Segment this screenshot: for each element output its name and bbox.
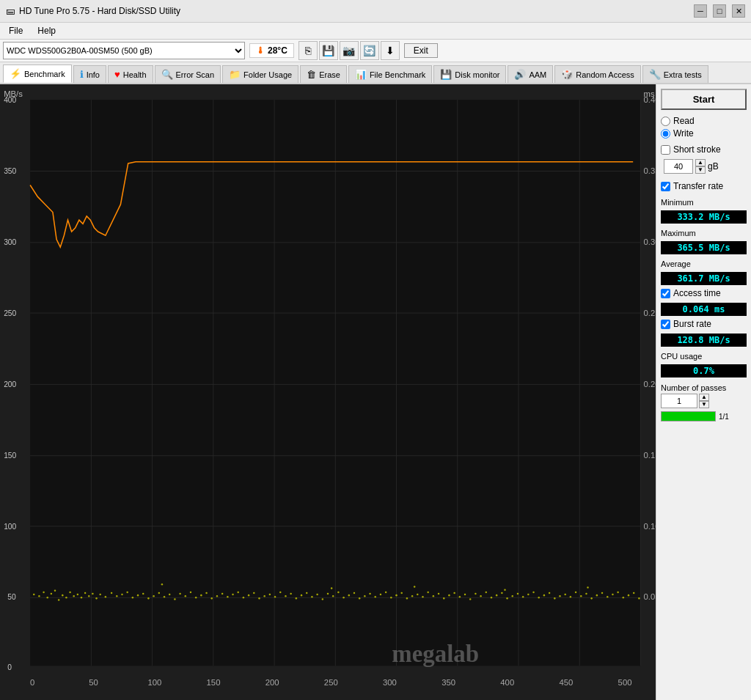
svg-point-132 — [448, 594, 450, 597]
tab-benchmark[interactable]: ⚡ Benchmark — [3, 65, 72, 83]
info-icon: ℹ — [80, 69, 84, 80]
svg-point-68 — [111, 592, 112, 594]
read-radio[interactable] — [661, 117, 670, 126]
stroke-value-input[interactable] — [664, 159, 693, 174]
svg-point-153 — [559, 595, 560, 597]
access-time-checkbox-label[interactable]: Access time — [661, 288, 747, 298]
tab-info-label: Info — [87, 70, 100, 79]
tab-extra-tests-label: Extra tests — [664, 70, 702, 79]
close-button[interactable]: ✕ — [732, 4, 745, 18]
svg-point-60 — [77, 594, 78, 596]
stroke-up-button[interactable]: ▲ — [695, 159, 706, 166]
short-stroke-checkbox-label[interactable]: Short stroke — [661, 144, 747, 155]
passes-input[interactable] — [661, 394, 697, 408]
svg-text:350: 350 — [442, 678, 455, 687]
svg-point-74 — [142, 593, 144, 595]
svg-point-99 — [274, 596, 276, 598]
svg-text:0.20: 0.20 — [644, 379, 656, 388]
menu-help[interactable]: Help — [32, 24, 62, 37]
svg-point-59 — [73, 595, 74, 597]
svg-text:250: 250 — [324, 678, 338, 687]
tab-error-scan[interactable]: 🔍 Error Scan — [155, 65, 221, 83]
write-radio-label[interactable]: Write — [661, 128, 747, 139]
svg-text:0.30: 0.30 — [644, 237, 656, 246]
access-time-text: Access time — [673, 288, 721, 298]
svg-point-157 — [580, 595, 582, 597]
passes-up-button[interactable]: ▲ — [699, 394, 709, 401]
progress-bar — [661, 411, 716, 421]
minimize-button[interactable]: ─ — [694, 4, 707, 18]
burst-rate-checkbox[interactable] — [661, 320, 670, 329]
minimum-value: 333.2 MB/s — [661, 210, 747, 224]
svg-text:150: 150 — [207, 678, 221, 687]
svg-point-140 — [491, 597, 492, 599]
chart-area: 400 350 300 250 200 150 100 50 0 MB/s 0.… — [0, 84, 656, 700]
refresh-icon-btn[interactable]: 🔄 — [360, 41, 379, 60]
short-stroke-checkbox[interactable] — [661, 145, 670, 155]
svg-point-150 — [543, 594, 545, 597]
burst-rate-checkbox-label[interactable]: Burst rate — [661, 319, 747, 329]
svg-point-163 — [612, 594, 613, 596]
svg-point-131 — [443, 597, 444, 600]
tab-aam[interactable]: 🔊 AAM — [508, 65, 553, 83]
svg-text:ms: ms — [644, 89, 655, 98]
camera-icon-btn[interactable]: 📷 — [340, 41, 359, 60]
tab-disk-monitor[interactable]: 💾 Disk monitor — [433, 65, 506, 83]
svg-point-121 — [390, 597, 392, 599]
svg-point-151 — [549, 592, 550, 594]
drive-select[interactable]: WDC WDS500G2B0A-00SM50 (500 gB) — [3, 42, 245, 59]
svg-point-120 — [385, 592, 387, 594]
read-radio-label[interactable]: Read — [661, 116, 747, 126]
svg-point-146 — [522, 596, 524, 598]
download-icon-btn[interactable]: ⬇ — [381, 41, 400, 60]
transfer-rate-checkbox[interactable] — [661, 182, 670, 191]
svg-point-156 — [575, 592, 576, 594]
svg-point-81 — [179, 593, 180, 595]
svg-point-77 — [158, 592, 160, 594]
svg-point-141 — [496, 594, 497, 597]
tab-folder-usage[interactable]: 📁 Folder Usage — [222, 65, 298, 83]
svg-point-100 — [279, 592, 281, 594]
svg-point-71 — [126, 592, 128, 594]
svg-point-159 — [590, 597, 592, 600]
save-icon-btn[interactable]: 💾 — [319, 41, 338, 60]
svg-point-78 — [164, 596, 165, 598]
write-radio[interactable] — [661, 129, 670, 139]
svg-text:150: 150 — [4, 452, 16, 460]
passes-input-group: ▲ ▼ — [661, 394, 747, 408]
start-button[interactable]: Start — [661, 89, 747, 110]
access-time-checkbox[interactable] — [661, 289, 670, 298]
svg-point-97 — [263, 595, 265, 597]
svg-point-84 — [195, 597, 197, 599]
svg-point-55 — [58, 599, 59, 601]
tab-info[interactable]: ℹ Info — [73, 65, 106, 83]
svg-point-136 — [469, 598, 471, 600]
copy-icon-btn[interactable]: ⎘ — [298, 41, 318, 60]
tab-extra-tests[interactable]: 🔧 Extra tests — [642, 65, 708, 83]
svg-point-161 — [601, 592, 603, 594]
error-scan-icon: 🔍 — [161, 69, 173, 80]
svg-text:500: 500 — [618, 678, 632, 687]
aam-icon: 🔊 — [514, 69, 526, 80]
svg-point-70 — [121, 594, 122, 596]
stroke-unit: gB — [708, 161, 719, 172]
exit-button[interactable]: Exit — [404, 43, 438, 58]
maximum-value: 365.5 MB/s — [661, 241, 747, 254]
svg-point-169 — [161, 583, 163, 586]
tab-random-access[interactable]: 🎲 Random Access — [554, 65, 640, 83]
tab-health[interactable]: ♥ Health — [108, 65, 153, 83]
app-title: HD Tune Pro 5.75 - Hard Disk/SSD Utility — [19, 6, 180, 16]
svg-point-58 — [69, 592, 70, 594]
stroke-down-button[interactable]: ▼ — [695, 166, 706, 174]
maximize-button[interactable]: □ — [713, 4, 726, 18]
progress-fill — [662, 412, 715, 421]
passes-down-button[interactable]: ▼ — [699, 401, 709, 408]
svg-point-127 — [422, 596, 423, 598]
menu-file[interactable]: File — [3, 24, 29, 37]
tab-erase[interactable]: 🗑 Erase — [300, 65, 347, 83]
tab-file-benchmark[interactable]: 📊 File Benchmark — [348, 65, 432, 83]
minimum-label: Minimum — [661, 198, 747, 207]
svg-text:megalab: megalab — [392, 640, 479, 668]
transfer-rate-checkbox-label[interactable]: Transfer rate — [661, 181, 747, 191]
svg-point-143 — [506, 597, 508, 600]
